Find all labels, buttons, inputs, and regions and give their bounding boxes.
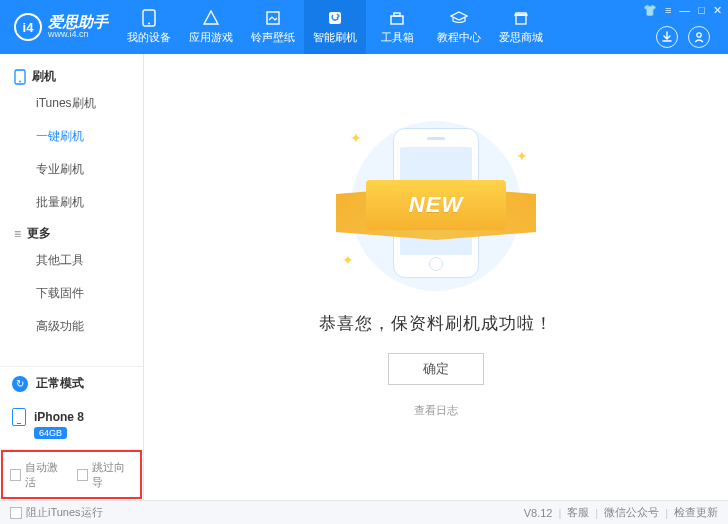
logo-icon: i4: [14, 13, 42, 41]
nav-my-device[interactable]: 我的设备: [118, 0, 180, 54]
sidebar-item-batch-flash[interactable]: 批量刷机: [0, 186, 143, 219]
refresh-icon: ↻: [12, 376, 28, 392]
nav-label: 工具箱: [381, 30, 414, 45]
sidebar: 刷机 iTunes刷机 一键刷机 专业刷机 批量刷机 ≡ 更多 其他工具 下载固…: [0, 54, 144, 500]
profile-button[interactable]: [688, 26, 710, 48]
sparkle-icon: ✦: [516, 148, 528, 164]
sidebar-item-download-firmware[interactable]: 下载固件: [0, 277, 143, 310]
svg-rect-3: [329, 12, 341, 24]
check-update-link[interactable]: 检查更新: [674, 505, 718, 520]
nav-apps[interactable]: 应用游戏: [180, 0, 242, 54]
sidebar-group-more: ≡ 更多: [0, 219, 143, 244]
nav-label: 智能刷机: [313, 30, 357, 45]
version-label: V8.12: [524, 507, 553, 519]
phone-icon: [140, 9, 158, 27]
menu-icon[interactable]: ≡: [665, 4, 671, 17]
storage-badge: 64GB: [34, 427, 67, 439]
sidebar-item-itunes-flash[interactable]: iTunes刷机: [0, 87, 143, 120]
sparkle-icon: ✦: [342, 252, 354, 268]
nav-label: 我的设备: [127, 30, 171, 45]
checkbox-skip-guide[interactable]: 跳过向导: [77, 460, 134, 490]
graduation-icon: [450, 9, 468, 27]
sidebar-item-advanced[interactable]: 高级功能: [0, 310, 143, 343]
device-mode[interactable]: ↻ 正常模式: [0, 367, 143, 400]
nav-label: 铃声壁纸: [251, 30, 295, 45]
logo: i4 爱思助手 www.i4.cn: [0, 13, 118, 41]
store-icon: [512, 9, 530, 27]
nav-toolbox[interactable]: 工具箱: [366, 0, 428, 54]
svg-point-9: [19, 80, 21, 82]
top-nav: 我的设备 应用游戏 铃声壁纸 智能刷机 工具箱 教程中心 爱思商城: [118, 0, 552, 54]
success-illustration: NEW ✦ ✦ ✦: [336, 118, 536, 294]
skin-icon[interactable]: 👕: [643, 4, 657, 17]
svg-rect-5: [394, 13, 400, 16]
app-header: i4 爱思助手 www.i4.cn 我的设备 应用游戏 铃声壁纸 智能刷机 工具…: [0, 0, 728, 54]
nav-label: 爱思商城: [499, 30, 543, 45]
brand-url: www.i4.cn: [48, 30, 108, 40]
nav-ringtones[interactable]: 铃声壁纸: [242, 0, 304, 54]
close-icon[interactable]: ✕: [713, 4, 722, 17]
nav-label: 应用游戏: [189, 30, 233, 45]
device-icon: [12, 408, 26, 426]
svg-point-7: [697, 33, 701, 37]
wechat-link[interactable]: 微信公众号: [604, 505, 659, 520]
sidebar-group-flash: 刷机: [0, 62, 143, 87]
window-controls: 👕 ≡ — □ ✕: [643, 4, 722, 17]
new-ribbon: NEW: [366, 180, 506, 230]
download-button[interactable]: [656, 26, 678, 48]
device-info[interactable]: iPhone 8 64GB: [0, 400, 143, 449]
support-link[interactable]: 客服: [567, 505, 589, 520]
svg-rect-6: [516, 15, 526, 24]
minimize-icon[interactable]: —: [679, 4, 690, 17]
brand-name: 爱思助手: [48, 14, 108, 31]
sidebar-item-other-tools[interactable]: 其他工具: [0, 244, 143, 277]
maximize-icon[interactable]: □: [698, 4, 705, 17]
apps-icon: [202, 9, 220, 27]
sidebar-item-pro-flash[interactable]: 专业刷机: [0, 153, 143, 186]
checkbox-auto-activate[interactable]: 自动激活: [10, 460, 67, 490]
svg-rect-4: [391, 16, 403, 24]
options-highlighted: 自动激活 跳过向导: [0, 449, 143, 500]
more-icon: ≡: [14, 227, 21, 241]
nav-mall[interactable]: 爱思商城: [490, 0, 552, 54]
success-message: 恭喜您，保资料刷机成功啦！: [319, 312, 553, 335]
status-bar: 阻止iTunes运行 V8.12 | 客服 | 微信公众号 | 检查更新: [0, 500, 728, 524]
confirm-button[interactable]: 确定: [388, 353, 484, 385]
sparkle-icon: ✦: [350, 130, 362, 146]
nav-flash[interactable]: 智能刷机: [304, 0, 366, 54]
wallpaper-icon: [264, 9, 282, 27]
nav-label: 教程中心: [437, 30, 481, 45]
main-content: NEW ✦ ✦ ✦ 恭喜您，保资料刷机成功啦！ 确定 查看日志: [144, 54, 728, 500]
svg-point-1: [148, 23, 150, 25]
view-log-link[interactable]: 查看日志: [414, 403, 458, 418]
checkbox-block-itunes[interactable]: 阻止iTunes运行: [10, 505, 103, 520]
nav-tutorials[interactable]: 教程中心: [428, 0, 490, 54]
flash-icon: [326, 9, 344, 27]
sidebar-item-oneclick-flash[interactable]: 一键刷机: [0, 120, 143, 153]
phone-outline-icon: [14, 69, 26, 85]
toolbox-icon: [388, 9, 406, 27]
